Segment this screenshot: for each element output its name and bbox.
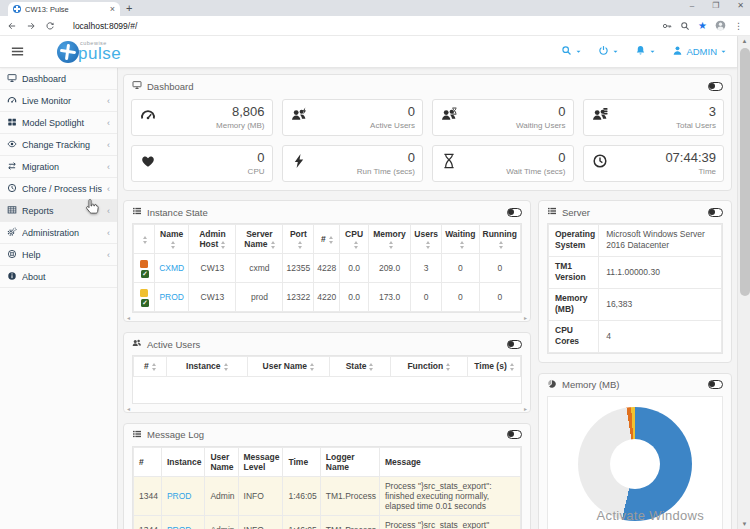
zoom-icon[interactable] [680, 21, 690, 31]
column-header[interactable]: Name [154, 225, 189, 254]
sort-icon[interactable] [389, 241, 393, 249]
table-cell: 0 [442, 254, 479, 283]
column-header[interactable]: Message Level [238, 447, 283, 476]
sort-icon[interactable] [354, 241, 358, 249]
column-header[interactable]: Users [411, 225, 442, 254]
status-cell: ✓ [134, 283, 155, 312]
panel-toggle[interactable] [507, 340, 522, 349]
reload-icon[interactable] [45, 21, 55, 31]
browser-menu-icon[interactable]: ⋮ [734, 21, 743, 31]
column-header[interactable]: Instance [161, 447, 205, 476]
hamburger-menu-icon[interactable] [10, 44, 25, 59]
column-header[interactable]: Waiting [442, 225, 479, 254]
column-header[interactable]: User Name [248, 357, 329, 376]
column-header[interactable]: Memory [368, 225, 410, 254]
sort-icon[interactable] [426, 241, 430, 249]
sort-icon[interactable] [310, 363, 314, 371]
table-cell: INFO [238, 515, 283, 529]
panel-toggle[interactable] [507, 430, 522, 439]
new-tab-button[interactable]: + [126, 2, 132, 15]
sidebar-item-help[interactable]: Help‹ [0, 244, 117, 266]
hscroll-right-icon[interactable]: ▸ [524, 314, 527, 321]
gauge-icon [7, 95, 17, 107]
panel-title: Dashboard [147, 81, 193, 92]
window-close-button[interactable]: ✕ [737, 1, 744, 10]
sort-icon[interactable] [329, 236, 333, 244]
users-server-icon [592, 107, 608, 127]
sort-icon[interactable] [171, 241, 175, 249]
panel-toggle[interactable] [708, 380, 723, 389]
hscroll-left-icon[interactable]: ◂ [127, 405, 130, 412]
column-header[interactable]: Function [390, 357, 467, 376]
sort-icon[interactable] [221, 241, 225, 249]
instance-status-icon [140, 289, 148, 297]
column-header[interactable]: CPU [340, 225, 369, 254]
url-field[interactable]: localhost:8099/#/ [64, 21, 653, 31]
sort-icon[interactable] [271, 241, 275, 249]
sort-icon[interactable] [369, 363, 373, 371]
column-header[interactable]: Port [283, 225, 314, 254]
page-scrollbar[interactable]: ▲ ▼ [737, 36, 750, 529]
window-minimize-button[interactable]: – [690, 1, 694, 10]
sidebar-item-model-spotlight[interactable]: Model Spotlight‹ [0, 112, 117, 134]
memory-donut-chart[interactable] [578, 407, 692, 521]
panel-toggle[interactable] [507, 208, 522, 217]
sort-icon[interactable] [446, 363, 450, 371]
sort-icon[interactable] [499, 241, 503, 249]
back-icon[interactable] [7, 21, 17, 31]
scroll-up-icon[interactable]: ▲ [738, 36, 750, 46]
scroll-down-icon[interactable]: ▼ [738, 519, 750, 529]
instance-link[interactable]: PROD [159, 292, 184, 302]
sort-icon[interactable] [224, 363, 228, 371]
column-header[interactable]: # [134, 447, 162, 476]
sidebar-item-chore-process-history[interactable]: Chore / Process History‹ [0, 178, 117, 200]
column-header[interactable]: Time [283, 447, 320, 476]
panel-toggle[interactable] [708, 208, 723, 217]
column-header[interactable]: Instance [166, 357, 247, 376]
instance-link[interactable]: PROD [167, 491, 192, 501]
hscroll-left-icon[interactable]: ◂ [127, 314, 130, 321]
stat-card-memory-mb: 8,806Memory (MB) [131, 99, 273, 136]
navbar-power-menu[interactable] [598, 45, 619, 58]
browser-tab[interactable]: CW13: Pulse × [8, 2, 120, 16]
column-header[interactable]: Message [379, 447, 520, 476]
column-header[interactable]: # [134, 357, 167, 376]
table-cell: 209.0 [368, 254, 410, 283]
sort-icon[interactable] [460, 241, 464, 249]
navbar-notifications-menu[interactable] [635, 45, 656, 58]
sidebar-item-migration[interactable]: Migration‹ [0, 156, 117, 178]
password-key-icon[interactable] [662, 21, 672, 31]
column-header[interactable]: # [314, 225, 340, 254]
hscroll-right-icon[interactable]: ▸ [524, 405, 527, 412]
panel-toggle[interactable] [708, 82, 723, 91]
tab-close-icon[interactable]: × [110, 5, 115, 14]
instance-link[interactable]: PROD [167, 525, 192, 529]
scrollbar-thumb[interactable] [740, 48, 750, 296]
pulse-logo[interactable]: cubewise pulse [57, 41, 121, 63]
stat-value: 07:44:39 [591, 150, 717, 166]
column-header[interactable]: Time (s) [468, 357, 521, 376]
profile-avatar-icon[interactable] [715, 20, 726, 31]
instance-link[interactable]: CXMD [159, 263, 184, 273]
column-header[interactable]: Server Name [236, 225, 283, 254]
window-maximize-button[interactable]: ❐ [712, 1, 719, 10]
navbar-admin-menu[interactable]: ADMIN [672, 45, 727, 58]
forward-icon[interactable] [26, 21, 36, 31]
sidebar-item-administration[interactable]: Administration‹ [0, 222, 117, 244]
sort-icon[interactable] [152, 363, 156, 371]
column-header[interactable]: User Name [205, 447, 238, 476]
sort-icon[interactable] [143, 236, 147, 244]
column-header[interactable]: Logger Name [320, 447, 379, 476]
sort-icon[interactable] [298, 241, 302, 249]
sidebar-item-dashboard[interactable]: Dashboard [0, 68, 117, 90]
column-header[interactable]: Admin Host [189, 225, 236, 254]
column-header[interactable]: Running [479, 225, 520, 254]
bookmark-star-icon[interactable]: ★ [698, 21, 707, 31]
navbar-search-menu[interactable] [561, 45, 582, 58]
sidebar-item-about[interactable]: About [0, 266, 117, 288]
column-header[interactable] [134, 225, 155, 254]
sort-icon[interactable] [510, 363, 514, 371]
sidebar-item-change-tracking[interactable]: Change Tracking‹ [0, 134, 117, 156]
sidebar-item-live-monitor[interactable]: Live Monitor‹ [0, 90, 117, 112]
column-header[interactable]: State [329, 357, 390, 376]
